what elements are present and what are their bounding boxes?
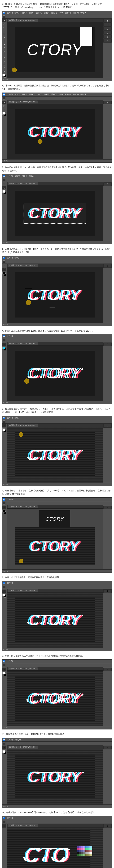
color-panel-icon[interactable] bbox=[104, 19, 112, 23]
color-swatches[interactable] bbox=[2, 112, 6, 116]
marquee-tool-icon[interactable] bbox=[2, 104, 6, 107]
fg-swatch[interactable] bbox=[2, 347, 5, 349]
canvas-6[interactable]: CTORY CTORY CTORY CTORY CTORY bbox=[7, 427, 103, 483]
menu-file[interactable]: 文件(F) bbox=[7, 582, 13, 584]
char-panel-icon[interactable]: A bbox=[104, 39, 112, 42]
move-tool-icon[interactable]: + bbox=[2, 668, 6, 671]
menu-window[interactable]: 窗口(W) bbox=[14, 739, 21, 741]
opt-swatch[interactable] bbox=[3, 586, 5, 588]
move-tool-icon[interactable] bbox=[2, 19, 6, 22]
color-swatches[interactable] bbox=[2, 750, 6, 754]
menu-select[interactable]: 选择(S) bbox=[44, 93, 49, 96]
menu-filter[interactable]: 滤镜(T) bbox=[51, 12, 57, 14]
doc-tab[interactable]: 未标题-1 @ 40.3% (CTORY, RGB/8#) * bbox=[8, 424, 38, 427]
fg-swatch[interactable] bbox=[2, 750, 5, 753]
color-swatches[interactable] bbox=[2, 347, 6, 351]
fg-swatch[interactable] bbox=[2, 272, 5, 275]
menu-filter[interactable]: 滤镜(T) bbox=[51, 93, 57, 96]
move-tool-icon[interactable]: + bbox=[2, 746, 6, 749]
history-panel-icon[interactable] bbox=[104, 35, 112, 38]
fg-swatch[interactable] bbox=[2, 594, 5, 596]
type-tool-icon[interactable]: T bbox=[2, 108, 6, 111]
menu-file[interactable]: 文件(F) bbox=[7, 256, 13, 259]
menu-image[interactable]: 图像(I) bbox=[22, 12, 27, 14]
doc-tab[interactable]: 未标题-1 @ 40.3% (CTORY, RGB/8#) * bbox=[8, 19, 38, 22]
zoom-tool-icon[interactable] bbox=[2, 70, 6, 73]
menu-file[interactable]: 文件(F) bbox=[7, 93, 13, 96]
opt-swatch[interactable] bbox=[3, 97, 5, 99]
layers-panel-icon[interactable]: ≡ bbox=[104, 342, 112, 346]
color-swatches[interactable] bbox=[2, 429, 6, 432]
clone-tool-icon[interactable] bbox=[2, 43, 6, 46]
doc-tab[interactable]: 未标题-1 @ 40.3% (CTORY, RGB/8#) * bbox=[8, 182, 38, 185]
menu-type[interactable]: 文字(Y) bbox=[36, 93, 42, 96]
canvas-9[interactable]: CTORY CTORY CTORY CTORY CTORY bbox=[7, 671, 103, 726]
move-tool-icon[interactable]: + bbox=[2, 265, 6, 268]
fg-swatch[interactable] bbox=[2, 429, 5, 431]
opt-swatch[interactable] bbox=[3, 16, 5, 18]
canvas-1[interactable]: CTORY bbox=[7, 22, 103, 78]
shape-tool-icon[interactable] bbox=[2, 63, 6, 66]
layers-panel-icon[interactable] bbox=[104, 101, 112, 104]
brush-tool-icon[interactable]: / bbox=[2, 268, 6, 271]
opt-swatch[interactable] bbox=[3, 421, 5, 423]
doc-tab[interactable]: 未标题-1 @ 40.3% (CTORY, RGB/8#) * bbox=[8, 589, 38, 592]
move-tool-icon[interactable] bbox=[2, 101, 6, 104]
menu-layer[interactable]: 图层(L) bbox=[29, 175, 35, 178]
wand-tool-icon[interactable] bbox=[2, 30, 6, 32]
crop-tool-icon[interactable] bbox=[2, 33, 6, 36]
doc-tab[interactable]: 未标题-1 @ 40.3% (CTORY, RGB/8#) * bbox=[8, 824, 38, 827]
menu-edit[interactable]: 编辑(E) bbox=[14, 12, 20, 14]
layers-panel-icon[interactable]: ≡ bbox=[104, 668, 112, 671]
menu-filter[interactable]: 滤镜(T) bbox=[14, 416, 20, 419]
move-tool-icon[interactable]: + bbox=[2, 343, 6, 346]
opt-swatch[interactable] bbox=[3, 502, 5, 504]
menu-edit[interactable]: 编辑(E) bbox=[14, 93, 20, 96]
menu-edit[interactable]: 编辑(E) bbox=[14, 256, 20, 259]
menu-edit[interactable]: 编辑(E) bbox=[14, 175, 20, 178]
menu-3d[interactable]: 3D(D) bbox=[59, 94, 63, 95]
brush-tool-icon[interactable] bbox=[2, 39, 6, 42]
lasso-tool-icon[interactable] bbox=[2, 26, 6, 29]
type-tool-icon[interactable]: T bbox=[2, 56, 6, 59]
menu-file[interactable]: 文件(F) bbox=[7, 12, 13, 14]
menu-file[interactable]: 文件(F) bbox=[7, 660, 13, 662]
doc-tab[interactable]: 未标题-1 @ 40.3% (CTORY, RGB/8#) * bbox=[8, 746, 38, 749]
color-swatches[interactable] bbox=[2, 594, 6, 597]
menu-layer[interactable]: 图层(L) bbox=[29, 93, 35, 96]
eraser-tool-icon[interactable] bbox=[2, 46, 6, 49]
fg-swatch[interactable] bbox=[2, 672, 5, 675]
eyedropper-tool-icon[interactable] bbox=[2, 36, 6, 39]
menu-file[interactable]: 文件(F) bbox=[7, 335, 13, 337]
canvas-2[interactable]: CTORY CTORY CTORY bbox=[7, 104, 103, 159]
doc-tab[interactable]: 未标题-1 @ 40.3% (CTORY, RGB/8#) * bbox=[8, 667, 38, 670]
opt-swatch[interactable] bbox=[3, 260, 5, 263]
brush-tool-icon[interactable]: / bbox=[2, 506, 6, 509]
fg-swatch[interactable] bbox=[2, 190, 5, 193]
opt-swatch[interactable] bbox=[3, 339, 5, 341]
layers-panel-icon[interactable]: ≡ bbox=[104, 424, 112, 428]
layers-panel-icon[interactable] bbox=[104, 31, 112, 35]
menu-file[interactable]: 文件(F) bbox=[7, 175, 13, 178]
fg-swatch[interactable] bbox=[2, 510, 5, 513]
opt-swatch[interactable] bbox=[3, 664, 5, 666]
hand-tool-icon[interactable] bbox=[2, 66, 6, 69]
menu-3d[interactable]: 3D(D) bbox=[59, 12, 63, 14]
layers-panel-icon[interactable]: ≡ bbox=[104, 824, 112, 828]
canvas-5[interactable]: CTORY CTORY CTORY CTORY CTORY bbox=[7, 345, 103, 401]
menu-window[interactable]: 窗口(W) bbox=[72, 12, 79, 14]
transform-handle[interactable] bbox=[80, 27, 92, 46]
canvas-3[interactable]: CTORY CTORY CTORY CTORY bbox=[7, 185, 103, 241]
menu-view[interactable]: 视图(V) bbox=[65, 93, 71, 96]
menu-help[interactable]: 帮助(H) bbox=[80, 93, 86, 96]
color-swatches[interactable] bbox=[2, 510, 6, 514]
menu-layer[interactable]: 图层(L) bbox=[29, 12, 35, 14]
layers-panel-icon[interactable]: ≡ bbox=[104, 746, 112, 749]
swatches-panel-icon[interactable] bbox=[104, 23, 112, 27]
canvas-11[interactable]: CTO CTO CTO CTO CTO 重要参数已设置如图所示 bbox=[7, 827, 103, 868]
menu-file[interactable]: 文件(F) bbox=[7, 498, 13, 501]
menu-window[interactable]: 窗口(W) bbox=[72, 93, 79, 96]
canvas-8[interactable]: CTORY CTORY CTORY CTORY CTORY bbox=[7, 592, 103, 648]
move-tool-icon[interactable]: + bbox=[2, 424, 6, 427]
fg-swatch[interactable] bbox=[2, 74, 5, 76]
